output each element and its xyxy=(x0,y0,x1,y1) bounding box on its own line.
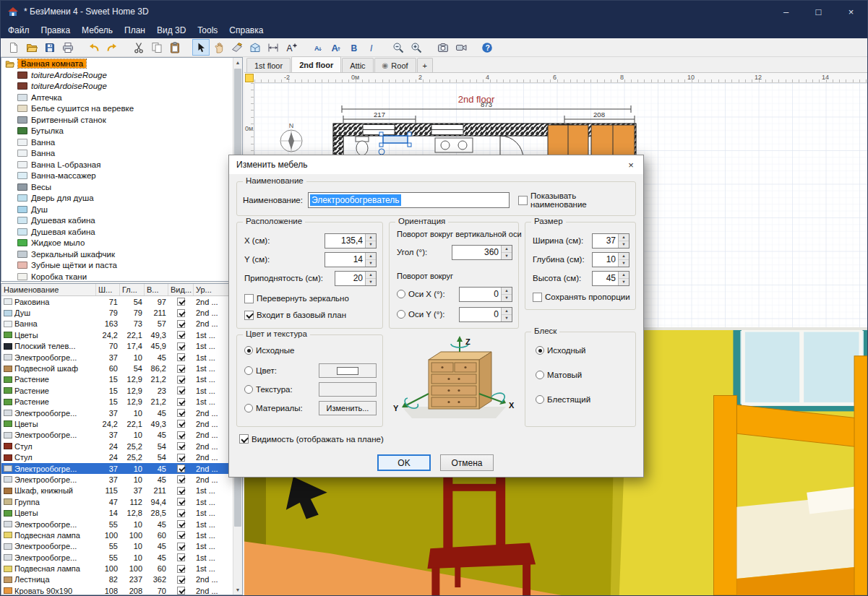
width-spinner[interactable]: 37▲▼ xyxy=(592,233,629,249)
visibility-checkbox[interactable] xyxy=(177,342,185,350)
tree-item[interactable]: Душ xyxy=(1,204,242,215)
menu-item[interactable]: Правка xyxy=(35,23,77,38)
visibility-checkbox[interactable] xyxy=(177,431,185,439)
menu-item[interactable]: Справка xyxy=(223,23,269,38)
cancel-button[interactable]: Отмена xyxy=(440,454,494,471)
table-row[interactable]: Раковина 71 54 97 2nd ... xyxy=(1,296,242,307)
visibility-checkbox[interactable] xyxy=(177,398,185,406)
axis-y-spinner[interactable]: 0▲▼ xyxy=(459,307,512,322)
plan-level-tab[interactable]: 1st floor xyxy=(246,58,291,72)
tree-item[interactable]: toitureArdoiseRouge xyxy=(1,69,242,81)
visibility-checkbox[interactable] xyxy=(177,409,185,417)
color-radio[interactable]: Цвет: xyxy=(244,366,277,375)
visibility-checkbox[interactable] xyxy=(177,553,185,561)
table-row[interactable]: Душ 79 79 211 2nd ... xyxy=(1,307,242,318)
visibility-checkbox[interactable] xyxy=(177,465,185,472)
axis-x-spinner[interactable]: 0▲▼ xyxy=(459,287,512,302)
scroll-down-icon[interactable]: ▼ xyxy=(233,585,242,595)
column-header-level[interactable]: Ур... xyxy=(194,284,233,295)
spinner-up-icon[interactable]: ▲ xyxy=(366,253,376,260)
spinner-down-icon[interactable]: ▼ xyxy=(366,260,376,267)
spinner-down-icon[interactable]: ▼ xyxy=(366,279,376,285)
keep-proportions-checkbox[interactable]: Сохранять пропорции xyxy=(533,290,630,303)
visibility-checkbox[interactable] xyxy=(177,420,185,428)
visibility-checkbox[interactable] xyxy=(177,587,185,595)
texture-button[interactable] xyxy=(319,382,377,397)
name-input[interactable]: Электрообогреватель xyxy=(308,192,510,208)
spinner-up-icon[interactable]: ▲ xyxy=(366,272,376,279)
add-text-button[interactable] xyxy=(283,39,300,56)
minimize-button[interactable]: – xyxy=(770,1,802,22)
tree-item[interactable]: Коробка ткани xyxy=(1,271,242,282)
visibility-checkbox[interactable] xyxy=(177,298,185,306)
select-mode-button[interactable] xyxy=(192,39,210,56)
zoom-in-button[interactable] xyxy=(408,39,425,56)
default-color-radio[interactable]: Исходные xyxy=(244,344,295,357)
ok-button[interactable]: OK xyxy=(377,454,431,471)
table-row[interactable]: Электрообогре... 55 10 45 1st ... xyxy=(1,519,242,530)
decrease-text-size-button[interactable] xyxy=(309,39,327,56)
tree-item[interactable]: Весы xyxy=(1,181,242,193)
visibility-checkbox[interactable] xyxy=(177,454,185,462)
table-row[interactable]: Стул 24 25,2 54 2nd ... xyxy=(1,452,242,462)
angle-spinner[interactable]: 360▲▼ xyxy=(452,245,512,260)
tree-item[interactable]: Душевая кабина xyxy=(1,215,242,227)
table-row[interactable]: Шкаф, книжный 115 37 211 1st ... xyxy=(1,485,242,496)
column-header-width[interactable]: Ш... xyxy=(96,284,120,295)
table-row[interactable]: Подвесная лампа 100 100 60 1st ... xyxy=(1,563,242,574)
tree-item[interactable]: Ванна-массажер xyxy=(1,170,242,182)
column-header-depth[interactable]: Гл... xyxy=(120,284,145,295)
visibility-checkbox[interactable] xyxy=(177,386,185,394)
texture-radio[interactable]: Текстура: xyxy=(244,385,293,394)
visibility-checkbox[interactable] xyxy=(177,509,185,517)
copy-button[interactable] xyxy=(148,39,166,56)
create-video-button[interactable] xyxy=(452,39,470,56)
paste-button[interactable] xyxy=(166,39,184,56)
spinner-down-icon[interactable]: ▼ xyxy=(619,279,629,285)
base-plan-checkbox[interactable]: Входит в базовый план xyxy=(244,308,346,321)
menu-item[interactable]: Файл xyxy=(2,23,35,38)
visibility-checkbox[interactable] xyxy=(177,531,185,539)
table-row[interactable]: Лестница 82 237 362 2nd ... xyxy=(1,574,242,585)
tree-item[interactable]: toitureArdoiseRouge xyxy=(1,81,242,92)
visibility-checkbox[interactable] xyxy=(177,376,185,384)
spinner-up-icon[interactable]: ▲ xyxy=(619,253,629,260)
visibility-checkbox[interactable] xyxy=(177,543,185,550)
spinner-down-icon[interactable]: ▼ xyxy=(502,253,512,259)
visibility-checkbox[interactable] xyxy=(177,309,185,317)
menu-item[interactable]: Мебель xyxy=(76,23,119,38)
tree-item[interactable]: Ванна xyxy=(1,137,242,148)
bold-button[interactable] xyxy=(345,39,363,56)
plan-corner-icon[interactable] xyxy=(245,74,254,82)
visibility-checkbox[interactable] xyxy=(177,365,185,373)
tree-item[interactable]: Зеркальный шкафчик xyxy=(1,249,242,260)
spinner-down-icon[interactable]: ▼ xyxy=(619,260,629,267)
modify-materials-button[interactable]: Изменить... xyxy=(319,401,377,415)
open-plan-button[interactable] xyxy=(23,39,40,56)
tree-item[interactable]: Ванна L-образная xyxy=(1,159,242,170)
table-row[interactable]: Кровать 90x190 108 208 70 2nd ... xyxy=(1,585,242,595)
table-row[interactable]: Подвесная лампа 100 100 60 1st ... xyxy=(1,530,242,540)
materials-radio[interactable]: Материалы: xyxy=(244,404,303,413)
y-position-spinner[interactable]: 14▲▼ xyxy=(325,252,377,267)
table-row[interactable]: Растение 15 12,9 21,2 1st ... xyxy=(1,374,242,385)
elevation-spinner[interactable]: 20▲▼ xyxy=(335,271,377,286)
create-rooms-button[interactable] xyxy=(246,39,264,56)
color-button[interactable] xyxy=(319,363,377,378)
tree-item[interactable]: Жидкое мыло xyxy=(1,238,242,249)
zoom-out-button[interactable] xyxy=(390,39,407,56)
visibility-checkbox[interactable] xyxy=(177,475,185,483)
new-plan-button[interactable] xyxy=(5,39,22,56)
plan-level-tab[interactable]: 2nd floor xyxy=(291,56,341,72)
create-walls-button[interactable] xyxy=(228,39,246,56)
visibility-checkbox[interactable] xyxy=(177,331,185,339)
table-row[interactable]: Цветы 14 12,8 28,5 1st ... xyxy=(1,507,242,518)
undo-button[interactable] xyxy=(85,39,103,56)
menu-item[interactable]: План xyxy=(119,23,151,38)
pan-mode-button[interactable] xyxy=(210,39,228,56)
plan-level-tab[interactable]: ◉ Roof xyxy=(374,58,416,72)
visibility-checkbox[interactable] xyxy=(177,353,185,361)
tree-item[interactable]: Душевая кабина xyxy=(1,226,242,238)
depth-spinner[interactable]: 10▲▼ xyxy=(592,252,629,267)
help-button[interactable] xyxy=(478,39,496,56)
